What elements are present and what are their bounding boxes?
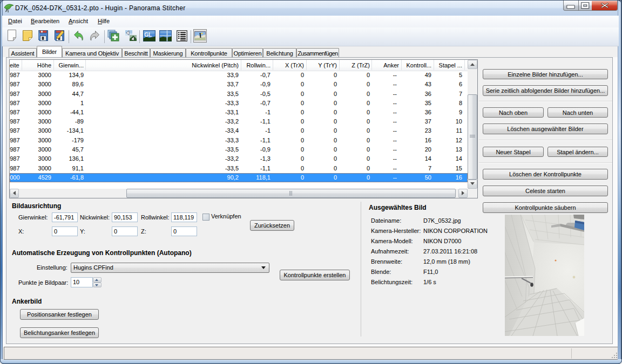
svg-text:GL: GL [144,32,152,38]
